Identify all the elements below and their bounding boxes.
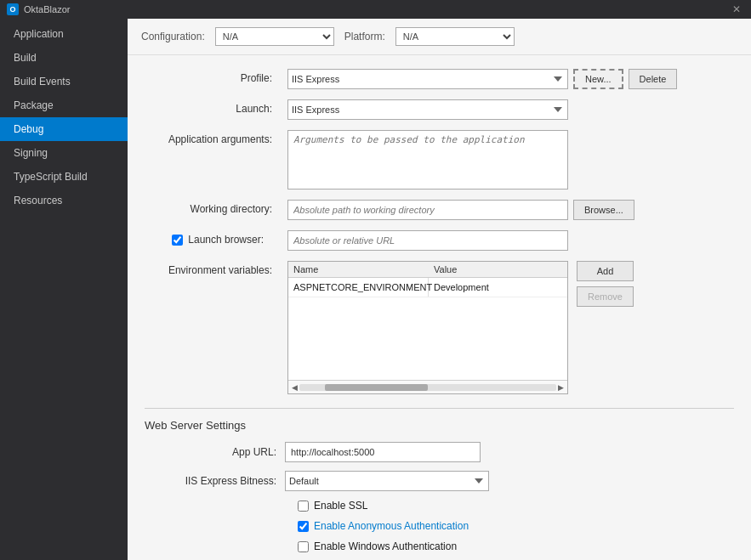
env-table-scrollbar[interactable]: ◀ ▶ <box>288 380 567 393</box>
env-col-name-header: Name <box>293 264 434 274</box>
platform-label: Platform: <box>344 31 385 42</box>
close-button[interactable]: ✕ <box>729 3 744 15</box>
sidebar-item-debug[interactable]: Debug <box>0 117 128 141</box>
env-table-header: Name Value <box>288 262 567 278</box>
env-cell-name[interactable]: ASPNETCORE_ENVIRONMENT <box>288 278 429 297</box>
env-cell-value[interactable]: Development <box>429 278 567 297</box>
scroll-left-arrow[interactable]: ◀ <box>290 383 299 392</box>
config-bar: Configuration: N/A Platform: N/A <box>128 19 751 55</box>
app-args-control-group <box>287 130 734 189</box>
launch-browser-checkbox[interactable] <box>172 235 183 246</box>
browse-button[interactable]: Browse... <box>573 200 634 220</box>
sidebar-item-typescript-build[interactable]: TypeScript Build <box>0 165 128 189</box>
enable-anon-group: Enable Anonymous Authentication <box>298 520 469 532</box>
iis-bitness-row: IIS Express Bitness: Default x86 x64 <box>145 471 734 491</box>
app-args-row: Application arguments: <box>145 130 734 189</box>
env-vars-row: Environment variables: Name Value ASPNET… <box>145 261 734 394</box>
env-col-value-header: Value <box>434 264 562 274</box>
configuration-label: Configuration: <box>141 31 205 42</box>
delete-button[interactable]: Delete <box>629 69 678 89</box>
enable-anon-row: Enable Anonymous Authentication <box>145 520 734 532</box>
working-dir-control-group: Browse... <box>287 200 734 220</box>
launch-browser-row: Launch browser: <box>145 230 734 251</box>
iis-bitness-label: IIS Express Bitness: <box>162 475 285 487</box>
enable-ssl-label: Enable SSL <box>314 500 367 512</box>
scrollbar-thumb <box>325 384 428 391</box>
settings-content: Profile: IIS Express New... Delete Launc… <box>128 55 751 560</box>
profile-row: Profile: IIS Express New... Delete <box>145 69 734 89</box>
env-vars-label: Environment variables: <box>145 261 281 276</box>
app-url-row: App URL: <box>145 442 734 462</box>
platform-select[interactable]: N/A <box>395 27 515 46</box>
enable-windows-checkbox[interactable] <box>298 541 309 552</box>
app-url-label: App URL: <box>162 446 285 458</box>
profile-select[interactable]: IIS Express <box>287 69 568 89</box>
profile-control-group: IIS Express New... Delete <box>287 69 734 89</box>
working-dir-row: Working directory: Browse... <box>145 200 734 220</box>
scrollbar-track <box>299 384 556 391</box>
sidebar-item-build[interactable]: Build <box>0 46 128 70</box>
launch-label: Launch: <box>145 99 281 115</box>
enable-ssl-row: Enable SSL <box>145 500 734 512</box>
sidebar-item-resources[interactable]: Resources <box>0 189 128 212</box>
launch-browser-text: Launch browser: <box>188 234 264 246</box>
sidebar: Application Build Build Events Package D… <box>0 19 128 560</box>
enable-ssl-checkbox[interactable] <box>298 501 309 512</box>
launch-browser-url-group <box>287 230 734 251</box>
sidebar-item-signing[interactable]: Signing <box>0 141 128 165</box>
enable-windows-group: Enable Windows Authentication <box>298 540 457 552</box>
main-container: Application Build Build Events Package D… <box>0 19 751 560</box>
web-server-settings-heading: Web Server Settings <box>145 419 734 432</box>
app-args-textarea[interactable] <box>287 130 568 189</box>
env-table-scroll-area[interactable]: ASPNETCORE_ENVIRONMENT Development <box>288 278 567 380</box>
sidebar-item-build-events[interactable]: Build Events <box>0 70 128 93</box>
table-row: ASPNETCORE_ENVIRONMENT Development <box>288 278 567 297</box>
env-vars-control-group: Name Value ASPNETCORE_ENVIRONMENT Develo… <box>287 261 734 394</box>
working-dir-input[interactable] <box>287 200 568 220</box>
app-icon: O <box>7 3 19 15</box>
sidebar-item-package[interactable]: Package <box>0 93 128 117</box>
launch-control-group: IIS Express <box>287 99 734 120</box>
enable-ssl-group: Enable SSL <box>298 500 367 512</box>
section-divider <box>145 408 734 409</box>
enable-anon-checkbox[interactable] <box>298 521 309 532</box>
iis-bitness-select[interactable]: Default x86 x64 <box>285 471 489 491</box>
title-bar-text: OktaBlazor <box>24 4 724 14</box>
new-button[interactable]: New... <box>573 69 623 89</box>
title-bar: O OktaBlazor ✕ <box>0 0 751 19</box>
launch-select[interactable]: IIS Express <box>287 99 568 120</box>
launch-browser-url-input[interactable] <box>287 230 568 251</box>
app-url-input[interactable] <box>285 442 481 462</box>
enable-windows-label: Enable Windows Authentication <box>314 540 457 552</box>
content-area: Configuration: N/A Platform: N/A Profile… <box>128 19 751 560</box>
add-env-button[interactable]: Add <box>577 261 634 281</box>
app-args-label: Application arguments: <box>145 130 281 145</box>
working-dir-label: Working directory: <box>145 200 281 215</box>
remove-env-button[interactable]: Remove <box>577 286 634 307</box>
launch-browser-label: Launch browser: <box>145 230 281 246</box>
launch-row: Launch: IIS Express <box>145 99 734 120</box>
enable-windows-row: Enable Windows Authentication <box>145 540 734 552</box>
enable-anon-label: Enable Anonymous Authentication <box>314 520 469 532</box>
sidebar-item-application[interactable]: Application <box>0 22 128 46</box>
configuration-select[interactable]: N/A <box>215 27 334 46</box>
env-vars-table: Name Value ASPNETCORE_ENVIRONMENT Develo… <box>287 261 568 394</box>
scroll-right-arrow[interactable]: ▶ <box>556 383 566 392</box>
profile-label: Profile: <box>145 69 281 84</box>
